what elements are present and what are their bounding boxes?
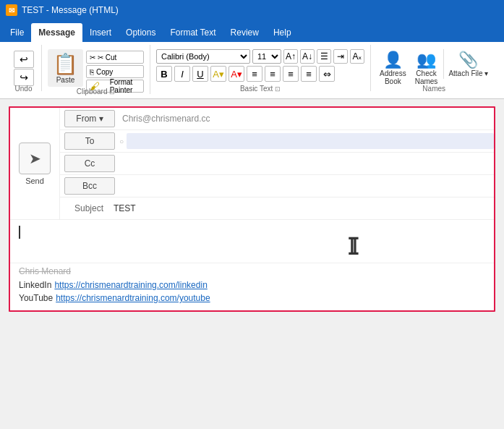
clipboard-group-label: Clipboard ⊡ [77, 88, 116, 95]
menu-bar: File Message Insert Options Format Text … [0, 20, 504, 42]
cut-button[interactable]: ✂ ✂ Cut [86, 51, 144, 64]
send-label: Send [25, 177, 44, 185]
to-button[interactable]: To [64, 132, 115, 150]
address-book-icon: 👤 [383, 51, 403, 69]
bold-button[interactable]: B [156, 66, 172, 82]
compose-outer: ➤ Send From ▾ To ○ Cc [0, 99, 504, 319]
window-title: TEST - Message (HTML) [22, 5, 119, 15]
menu-options[interactable]: Options [119, 23, 163, 42]
font-family-select[interactable]: Calibri (Body) [156, 49, 250, 64]
check-names-button[interactable]: 👥 Check Names [412, 49, 441, 87]
cut-icon: ✂ [90, 54, 95, 61]
fields-area: From ▾ To ○ Cc Bcc [60, 108, 494, 219]
to-icon: ○ [119, 137, 124, 145]
from-button[interactable]: From ▾ [64, 110, 115, 127]
justify-button[interactable]: ≡ [301, 66, 317, 82]
check-names-label: Check Names [415, 69, 438, 85]
bcc-input[interactable] [119, 178, 494, 194]
menu-insert[interactable]: Insert [82, 23, 119, 42]
redo-button[interactable]: ↩ [14, 69, 34, 86]
underline-button[interactable]: U [192, 66, 208, 82]
menu-message[interactable]: Message [31, 23, 82, 42]
copy-label: Copy [96, 68, 113, 76]
to-field-row: To ○ [60, 130, 494, 153]
send-button-area: ➤ Send [10, 108, 60, 219]
paste-button[interactable]: 📋 Paste [48, 49, 83, 87]
ribbon-group-clipboard: 📋 Paste ✂ ✂ Cut ⎘ Copy 🖌 Format Painter … [42, 45, 150, 94]
ribbon-group-names: 👤 Address Book 👥 Check Names 📎 Attach Fi… [371, 45, 497, 91]
check-names-icon: 👥 [417, 51, 436, 69]
app-icon-symbol: ✉ [9, 7, 14, 14]
italic-button[interactable]: I [174, 66, 190, 82]
sig-youtube-row: YouTube https://chrismenardtraining.com/… [19, 293, 485, 303]
sig-linkedin-link[interactable]: https://chrismenardtraining.com/linkedin [54, 280, 207, 290]
compose-body[interactable]: 𝕀 [10, 219, 494, 263]
subject-input[interactable] [111, 200, 494, 216]
signature-area: Chris Menard LinkedIn https://chrismenar… [10, 263, 494, 310]
ribbon-group-undo: ↩ ↩ Undo [6, 45, 42, 91]
menu-format-text[interactable]: Format Text [163, 23, 223, 42]
cut-label: ✂ Cut [98, 54, 116, 61]
names-group-label: Names [422, 85, 445, 93]
paste-icon: 📋 [53, 52, 78, 76]
cc-field-row: Cc [60, 153, 494, 175]
menu-help[interactable]: Help [266, 23, 299, 42]
menu-review[interactable]: Review [223, 23, 266, 42]
copy-icon: ⎘ [90, 68, 94, 76]
subject-field-row: Subject [60, 197, 494, 219]
undo-button[interactable]: ↩ [14, 51, 34, 68]
from-input[interactable] [119, 111, 494, 127]
paste-label: Paste [56, 76, 75, 84]
align-center-button[interactable]: ≡ [247, 66, 262, 82]
send-button[interactable]: ➤ [19, 143, 51, 174]
address-book-label: Address Book [380, 69, 406, 85]
text-cursor [19, 226, 20, 239]
app-icon: ✉ [6, 4, 17, 16]
menu-file[interactable]: File [3, 23, 31, 42]
subject-label: Subject [60, 200, 111, 216]
attach-file-button[interactable]: 📎 Attach File ▾ [443, 49, 491, 79]
sig-youtube-label: YouTube [19, 293, 53, 303]
sig-linkedin-label: LinkedIn [19, 280, 51, 290]
font-size-select[interactable]: 11 8910 121416 [252, 49, 281, 64]
address-book-button[interactable]: 👤 Address Book [377, 49, 409, 87]
ribbon: ↩ ↩ Undo 📋 Paste ✂ ✂ Cut ⎘ Copy 🖌 [0, 42, 504, 99]
compose-header: ➤ Send From ▾ To ○ Cc [10, 108, 494, 219]
cursor-icon: 𝕀 [348, 233, 359, 260]
sig-name: Chris Menard [19, 266, 485, 276]
font-color-button[interactable]: A▾ [228, 66, 244, 82]
clear-format-button[interactable]: Aₓ [350, 49, 364, 64]
to-input[interactable] [127, 133, 494, 149]
attach-file-label: Attach File ▾ [448, 69, 488, 77]
copy-button[interactable]: ⎘ Copy [86, 65, 144, 78]
basic-text-group-label: Basic Text ⊡ [240, 85, 281, 93]
bcc-field-row: Bcc [60, 175, 494, 197]
bcc-button[interactable]: Bcc [64, 177, 115, 195]
align-right-button[interactable]: ≡ [283, 66, 299, 82]
compose-wrapper: ➤ Send From ▾ To ○ Cc [9, 106, 495, 312]
cc-input[interactable] [119, 156, 494, 171]
ribbon-group-basic-text: Calibri (Body) 11 8910 121416 A↑ A↓ ☰ ⇥ … [150, 45, 371, 91]
font-shrink-button[interactable]: A↓ [300, 49, 315, 64]
indent-button[interactable]: ⇥ [333, 49, 348, 64]
sig-linkedin-row: LinkedIn https://chrismenardtraining.com… [19, 280, 485, 290]
cc-button[interactable]: Cc [64, 155, 115, 172]
align-left-button[interactable]: ≡ [265, 66, 281, 82]
highlight-button[interactable]: A▾ [210, 66, 226, 82]
list-button[interactable]: ☰ [317, 49, 331, 64]
attach-file-icon: 📎 [458, 51, 478, 69]
sig-youtube-link[interactable]: https://chrismenardtraining.com/youtube [56, 293, 210, 303]
undo-group-label: Undo [15, 85, 33, 93]
title-bar: ✉ TEST - Message (HTML) [0, 0, 504, 20]
align-more-button[interactable]: ⇔ [319, 66, 335, 82]
from-field-row: From ▾ [60, 108, 494, 130]
font-grow-button[interactable]: A↑ [283, 49, 298, 64]
